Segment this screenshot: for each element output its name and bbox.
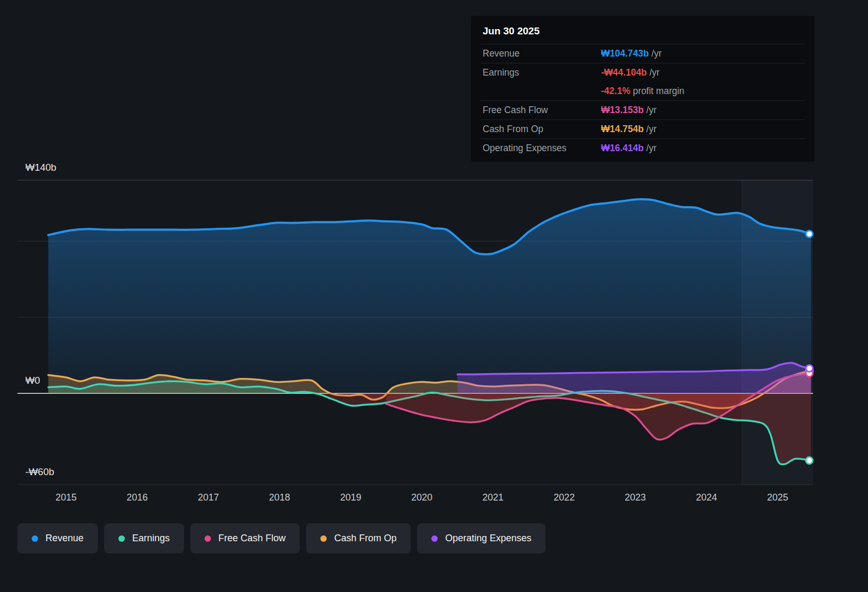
y-axis-label--60: -₩60b: [25, 466, 54, 477]
legend-label-operating-expenses: Operating Expenses: [445, 533, 531, 544]
operating-expenses-endpoint-marker: [806, 365, 813, 372]
tooltip-date: Jun 30 2025: [481, 23, 805, 44]
tooltip-rows: Revenue₩104.743b /yrEarnings-₩44.104b /y…: [481, 44, 805, 158]
legend-item-free-cash-flow[interactable]: Free Cash Flow: [190, 523, 300, 553]
tooltip-row-profit-margin: -42.1% profit margin: [481, 82, 805, 100]
x-axis-label-2024: 2024: [696, 492, 717, 503]
x-axis-label-2017: 2017: [198, 492, 219, 503]
tooltip-row-earnings: Earnings-₩44.104b /yr: [481, 63, 805, 82]
legend-dot-operating-expenses-icon: [431, 535, 438, 542]
tooltip-label-free-cash-flow: Free Cash Flow: [483, 105, 601, 116]
x-axis-label-2020: 2020: [411, 492, 432, 503]
x-axis-label-2019: 2019: [340, 492, 361, 503]
legend-item-operating-expenses[interactable]: Operating Expenses: [417, 523, 546, 553]
tooltip-label-revenue: Revenue: [483, 48, 601, 59]
tooltip-value-profit-margin: -42.1% profit margin: [601, 86, 803, 97]
x-axis-label-2018: 2018: [269, 492, 290, 503]
tooltip-value-cash-from-op: ₩14.754b /yr: [601, 124, 803, 135]
tooltip-row-revenue: Revenue₩104.743b /yr: [481, 44, 805, 63]
x-axis-label-2015: 2015: [56, 492, 77, 503]
tooltip-value-operating-expenses: ₩16.414b /yr: [601, 143, 803, 154]
tooltip-row-operating-expenses: Operating Expenses₩16.414b /yr: [481, 138, 805, 158]
x-axis-label-2021: 2021: [483, 492, 504, 503]
legend-dot-revenue-icon: [32, 535, 38, 542]
x-axis: 2015201620172018201920202021202220232024…: [56, 492, 788, 503]
tooltip-row-cash-from-op: Cash From Op₩14.754b /yr: [481, 119, 805, 138]
x-axis-label-2022: 2022: [553, 492, 575, 503]
legend-item-earnings[interactable]: Earnings: [104, 523, 184, 553]
legend-label-revenue: Revenue: [45, 533, 84, 544]
tooltip-label-earnings: Earnings: [483, 67, 601, 78]
x-axis-label-2016: 2016: [127, 492, 148, 503]
legend-label-earnings: Earnings: [132, 533, 170, 544]
tooltip-label-cash-from-op: Cash From Op: [483, 124, 601, 135]
tooltip-label-operating-expenses: Operating Expenses: [483, 143, 601, 154]
chart-legend: RevenueEarningsFree Cash FlowCash From O…: [17, 523, 546, 553]
y-axis-label-140: ₩140b: [25, 162, 57, 173]
legend-label-cash-from-op: Cash From Op: [334, 533, 396, 544]
earnings-endpoint-marker: [806, 457, 813, 464]
legend-item-cash-from-op[interactable]: Cash From Op: [306, 523, 411, 553]
x-axis-label-2025: 2025: [767, 492, 788, 503]
revenue-endpoint-marker: [806, 230, 813, 237]
y-axis-label-0: ₩0: [25, 375, 40, 386]
legend-item-revenue[interactable]: Revenue: [17, 523, 98, 553]
tooltip-value-revenue: ₩104.743b /yr: [601, 48, 803, 59]
page: { "tooltip": { "date": "Jun 30 2025", "r…: [0, 0, 868, 592]
tooltip-panel: Jun 30 2025 Revenue₩104.743b /yrEarnings…: [471, 16, 815, 162]
legend-dot-cash-from-op-icon: [320, 535, 327, 542]
legend-label-free-cash-flow: Free Cash Flow: [218, 533, 285, 544]
tooltip-value-earnings: -₩44.104b /yr: [601, 67, 803, 78]
x-axis-label-2023: 2023: [625, 492, 646, 503]
tooltip-value-free-cash-flow: ₩13.153b /yr: [601, 105, 803, 116]
legend-dot-free-cash-flow-icon: [205, 535, 211, 542]
tooltip-row-free-cash-flow: Free Cash Flow₩13.153b /yr: [481, 100, 805, 119]
legend-dot-earnings-icon: [118, 535, 125, 542]
